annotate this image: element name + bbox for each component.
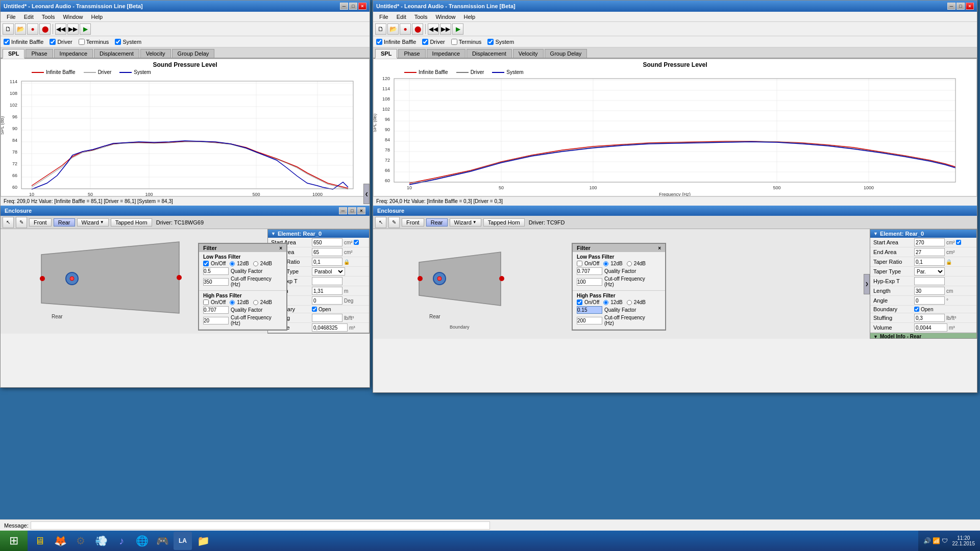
left-tab-velocity[interactable]: Velocity — [140, 49, 171, 58]
left-play-btn[interactable]: ▶ — [80, 23, 91, 35]
right-lp-qf-input[interactable] — [577, 267, 602, 275]
taskbar-icon-la[interactable]: LA — [174, 532, 192, 550]
left-enc-maximize[interactable]: □ — [348, 207, 356, 214]
left-input-volume[interactable] — [312, 323, 348, 332]
left-menu-tools[interactable]: Tools — [38, 13, 59, 21]
right-input-angle[interactable] — [914, 296, 945, 305]
right-minimize-btn[interactable]: ─ — [947, 3, 955, 10]
left-check-terminus[interactable]: Terminus — [79, 39, 109, 45]
left-redo-btn[interactable]: ▶▶ — [67, 23, 79, 35]
right-close-btn[interactable]: × — [966, 3, 974, 10]
right-tab-spl[interactable]: SPL — [375, 49, 397, 59]
right-check-system[interactable]: System — [487, 39, 514, 45]
right-lp-24db[interactable] — [627, 261, 632, 266]
left-minimize-btn[interactable]: ─ — [340, 3, 348, 10]
left-input-taper-ratio[interactable] — [312, 258, 342, 266]
right-collapse-handle[interactable]: ❯ — [864, 274, 870, 294]
left-undo-btn[interactable]: ◀◀ — [55, 23, 66, 35]
left-new-btn[interactable]: 🗋 — [3, 23, 14, 35]
right-hp-onoff[interactable] — [577, 299, 582, 305]
left-enc-close[interactable]: × — [357, 207, 365, 214]
left-input-stuffing[interactable] — [312, 314, 342, 322]
right-enc-btn2[interactable]: ✎ — [388, 217, 400, 228]
left-maximize-btn[interactable]: □ — [349, 3, 357, 10]
taskbar-icon-firefox[interactable]: 🦊 — [51, 532, 69, 550]
left-enc-minimize[interactable]: ─ — [339, 207, 347, 214]
left-check-driver[interactable]: Driver — [50, 39, 72, 45]
right-enc-btn1[interactable]: ↖ — [375, 217, 386, 228]
left-enc-rear-btn[interactable]: Rear — [54, 218, 75, 227]
right-taper-ratio-lock[interactable]: 🔒 — [946, 259, 952, 265]
left-hp-cf-input[interactable] — [203, 317, 229, 324]
taskbar-icon-explorer[interactable]: 🖥 — [31, 532, 49, 550]
right-filter-close[interactable]: × — [658, 245, 661, 251]
left-taper-ratio-lock[interactable]: 🔒 — [344, 259, 350, 265]
right-tab-group-delay[interactable]: Group Delay — [545, 49, 587, 58]
left-enc-tapped-horn-btn[interactable]: Tapped Horn — [111, 218, 152, 227]
right-menu-edit[interactable]: Edit — [393, 13, 410, 21]
left-hp-24db[interactable] — [253, 300, 258, 305]
right-enc-tapped-horn-btn[interactable]: Tapped Horn — [483, 218, 525, 227]
right-tab-impedance[interactable]: Impedance — [427, 49, 465, 58]
left-hp-onoff[interactable] — [203, 299, 209, 305]
taskbar-icon-game[interactable]: 🎮 — [153, 532, 172, 550]
right-open-btn[interactable]: 📂 — [387, 23, 399, 35]
taskbar-icon-media[interactable]: ♪ — [112, 532, 131, 550]
right-maximize-btn[interactable]: □ — [957, 3, 965, 10]
right-menu-file[interactable]: File — [375, 13, 393, 21]
right-enc-front-btn[interactable]: Front — [402, 218, 424, 227]
right-redo-btn[interactable]: ▶▶ — [440, 23, 451, 35]
left-lp-qf-input[interactable] — [203, 267, 229, 275]
left-open-btn[interactable]: 📂 — [15, 23, 26, 35]
right-record-btn[interactable]: ⬤ — [412, 23, 423, 35]
left-input-end-area[interactable] — [312, 248, 342, 256]
left-menu-help[interactable]: Help — [87, 13, 107, 21]
right-panel-collapse[interactable]: ▼ — [873, 231, 878, 236]
right-input-stuffing[interactable] — [914, 314, 945, 322]
right-input-hyp-exp[interactable] — [914, 277, 945, 285]
left-save-btn[interactable]: ● — [27, 23, 38, 35]
left-input-hyp-exp[interactable] — [312, 277, 342, 285]
taskbar-icon-folder[interactable]: 📁 — [194, 532, 212, 550]
right-model-rear-collapse[interactable]: ▼ — [873, 334, 878, 339]
left-collapse-handle[interactable]: ❮ — [363, 184, 370, 204]
left-close-btn[interactable]: × — [358, 3, 366, 10]
right-input-taper-ratio[interactable] — [914, 258, 945, 266]
left-lp-onoff[interactable] — [203, 261, 209, 266]
right-lp-onoff[interactable] — [577, 261, 582, 266]
left-enc-wizard-btn[interactable]: Wizard ▼ — [77, 218, 109, 227]
right-check-start-area[interactable] — [956, 240, 961, 245]
left-lp-cf-input[interactable] — [203, 278, 229, 286]
right-tab-displacement[interactable]: Displacement — [467, 49, 512, 58]
left-tab-spl[interactable]: SPL — [3, 49, 24, 59]
right-hp-12db[interactable] — [603, 300, 608, 305]
left-lp-12db[interactable] — [230, 261, 235, 266]
left-input-start-area[interactable] — [312, 238, 342, 246]
left-enc-front-btn[interactable]: Front — [29, 218, 52, 227]
right-hp-qf-input[interactable] — [577, 306, 602, 314]
right-tab-velocity[interactable]: Velocity — [513, 49, 544, 58]
left-check-infinite-baffle[interactable]: Infinite Baffle — [4, 39, 43, 45]
right-input-end-area[interactable] — [914, 248, 945, 256]
right-check-driver[interactable]: Driver — [422, 39, 445, 45]
left-lp-24db[interactable] — [253, 261, 258, 266]
right-enc-wizard-btn[interactable]: Wizard ▼ — [450, 218, 481, 227]
left-tab-phase[interactable]: Phase — [26, 49, 53, 58]
left-input-length[interactable] — [312, 287, 342, 295]
taskbar-icon-app3[interactable]: ⚙ — [71, 532, 90, 550]
left-menu-file[interactable]: File — [3, 13, 20, 21]
right-menu-help[interactable]: Help — [460, 13, 480, 21]
message-input[interactable] — [31, 521, 490, 530]
start-button[interactable]: ⊞ — [0, 531, 28, 551]
right-select-taper-type[interactable]: Par. Linear — [914, 267, 945, 276]
taskbar-icon-steam[interactable]: 💨 — [92, 532, 110, 550]
left-select-taper-type[interactable]: Parabol Linear Exponential — [312, 267, 345, 276]
left-tab-displacement[interactable]: Displacement — [94, 49, 139, 58]
right-enc-rear-btn[interactable]: Rear — [426, 218, 448, 227]
right-lp-cf-input[interactable] — [577, 278, 602, 286]
left-enc-btn2[interactable]: ✎ — [16, 217, 27, 228]
right-hp-cf-input[interactable] — [577, 317, 602, 324]
right-menu-tools[interactable]: Tools — [410, 13, 432, 21]
right-hp-24db[interactable] — [627, 300, 632, 305]
left-input-angle[interactable] — [312, 296, 342, 305]
